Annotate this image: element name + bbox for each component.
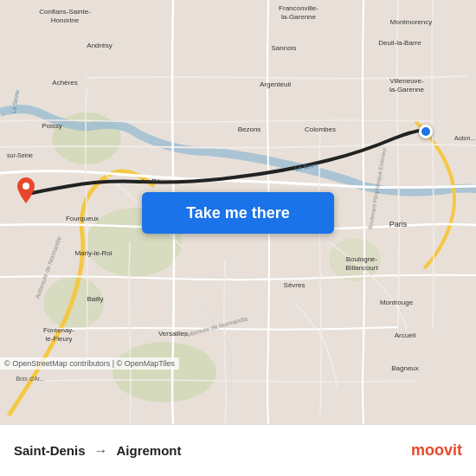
svg-text:Marly-le-Roi: Marly-le-Roi	[74, 249, 112, 257]
moovit-text: moovit	[411, 441, 462, 460]
moovit-logo: moovit	[411, 441, 462, 460]
svg-text:Bagneux: Bagneux	[391, 364, 419, 372]
svg-text:Arcueil: Arcueil	[395, 331, 416, 339]
svg-text:Montmorency: Montmorency	[390, 18, 432, 26]
footer-arrow: →	[94, 443, 108, 459]
svg-text:Auton...: Auton...	[454, 135, 475, 141]
svg-text:Sannois: Sannois	[272, 44, 297, 52]
origin-pin	[17, 177, 35, 207]
svg-text:Colombes: Colombes	[305, 125, 336, 133]
svg-text:Sèvres: Sèvres	[284, 281, 306, 289]
destination-dot	[419, 125, 433, 138]
svg-text:sur-Seine: sur-Seine	[7, 152, 33, 158]
map-container: Conflans-Sainte- Honorine Franconville- …	[0, 0, 476, 424]
svg-text:la-Garenne: la-Garenne	[281, 13, 317, 21]
svg-text:Fourqueux: Fourqueux	[66, 215, 99, 222]
footer-origin: Saint-Denis	[14, 443, 86, 458]
svg-text:Montrouge: Montrouge	[380, 299, 414, 306]
svg-text:Fontenay-: Fontenay-	[43, 326, 74, 334]
svg-text:Deuil-la-Barre: Deuil-la-Barre	[378, 39, 421, 47]
svg-text:Honorine: Honorine	[51, 16, 80, 24]
take-me-there-button[interactable]: Take me there	[142, 192, 334, 234]
svg-text:Bois d'Ar...: Bois d'Ar...	[16, 376, 44, 382]
svg-text:Bezons: Bezons	[238, 125, 261, 133]
footer: Saint-Denis → Aigremont moovit	[0, 424, 476, 476]
svg-point-44	[23, 183, 29, 190]
svg-text:Argenteuil: Argenteuil	[260, 80, 291, 88]
svg-text:le-Fleury: le-Fleury	[45, 335, 72, 343]
svg-text:Franconville-: Franconville-	[279, 4, 318, 12]
svg-text:Poissy: Poissy	[42, 122, 62, 130]
svg-text:Boulogne-: Boulogne-	[346, 255, 378, 263]
svg-text:Conflans-Sainte-: Conflans-Sainte-	[39, 8, 91, 16]
svg-text:Andrésy: Andrésy	[87, 42, 112, 49]
svg-text:Le Pé...: Le Pé...	[142, 177, 166, 185]
svg-text:Paris: Paris	[389, 220, 408, 228]
footer-destination: Aigremont	[117, 443, 182, 458]
svg-text:Achères: Achères	[52, 79, 77, 87]
svg-text:Villeneuve-: Villeneuve-	[389, 77, 424, 85]
svg-text:la-Garenne: la-Garenne	[389, 86, 425, 93]
svg-text:Billancourt: Billancourt	[345, 264, 378, 272]
map-attribution: © OpenStreetMap contributors | © OpenMap…	[0, 357, 179, 370]
footer-route: Saint-Denis → Aigremont	[14, 443, 411, 459]
svg-point-4	[113, 342, 216, 402]
svg-text:Bailly: Bailly	[87, 295, 103, 303]
